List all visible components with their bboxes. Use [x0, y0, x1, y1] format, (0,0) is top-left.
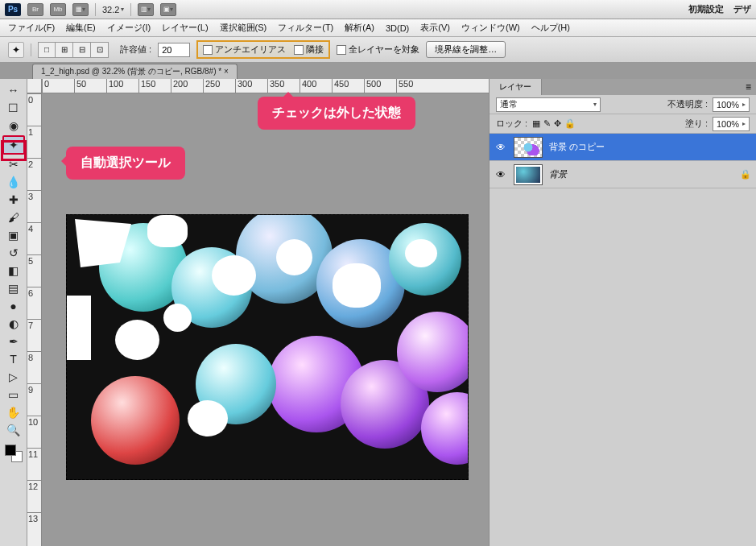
layer-row[interactable]: 👁 背景 🔒: [490, 161, 756, 188]
magic-wand-tool[interactable]: ✦: [2, 135, 25, 155]
lasso-tool[interactable]: ◉: [4, 118, 23, 134]
color-swatches[interactable]: [5, 445, 23, 462]
screenmode-button[interactable]: ▣▾: [160, 3, 176, 16]
annotation-callout-unchecked: チェックは外した状態: [258, 97, 415, 130]
selection-subtract-button[interactable]: ⊟: [73, 42, 91, 58]
menu-3d[interactable]: 3D(D): [386, 23, 409, 33]
path-tool[interactable]: ▷: [4, 369, 23, 385]
type-tool[interactable]: T: [4, 351, 23, 367]
fill-input[interactable]: 100%▸: [713, 117, 750, 131]
layers-tab[interactable]: レイヤー: [490, 79, 542, 95]
gradient-tool[interactable]: ▤: [4, 280, 23, 296]
layers-blend-row: 通常▾ 不透明度 : 100%▸: [490, 95, 756, 114]
zoom-level-dropdown[interactable]: 32.2 ▾: [102, 5, 124, 14]
divider: [95, 3, 96, 16]
visibility-icon[interactable]: 👁: [494, 168, 507, 181]
selection-intersect-button[interactable]: ⊡: [91, 42, 109, 58]
move-tool[interactable]: ↔: [4, 82, 23, 98]
menu-image[interactable]: イメージ(I): [107, 22, 151, 34]
menu-bar: ファイル(F) 編集(E) イメージ(I) レイヤー(L) 選択範囲(S) フィ…: [0, 19, 756, 37]
workspace-default-label[interactable]: 初期設定: [688, 3, 724, 15]
layers-lock-row: ロック : ▦ ✎ ✥ 🔒 塗り : 100%▸: [490, 114, 756, 134]
panels-dock: レイヤー ≡ 通常▾ 不透明度 : 100%▸ ロック : ▦ ✎ ✥ 🔒 塗り…: [489, 79, 756, 546]
menu-filter[interactable]: フィルター(T): [278, 22, 333, 34]
history-brush-tool[interactable]: ↺: [4, 245, 23, 261]
horizontal-ruler: 050100150200250300350400450500550: [42, 79, 489, 93]
visibility-icon[interactable]: 👁: [494, 141, 507, 154]
crop-tool[interactable]: ✂: [4, 156, 23, 172]
layer-thumbnail[interactable]: [514, 164, 543, 185]
antialias-checkbox[interactable]: アンチエイリアス: [203, 43, 286, 56]
menu-file[interactable]: ファイル(F): [8, 22, 55, 34]
lock-pixels-icon[interactable]: ✎: [543, 118, 551, 129]
tolerance-input[interactable]: [158, 43, 190, 57]
lock-transparency-icon[interactable]: ▦: [532, 118, 540, 129]
hand-tool[interactable]: ✋: [4, 404, 23, 420]
annotation-callout-magicwand: 自動選択ツール: [66, 147, 185, 180]
lock-all-icon[interactable]: 🔒: [564, 118, 576, 129]
menu-layer[interactable]: レイヤー(L): [162, 22, 208, 34]
minibridge-button[interactable]: Mb: [50, 3, 66, 16]
photoshop-logo: Ps: [5, 3, 21, 16]
options-bar: ✦ □ ⊞ ⊟ ⊡ 許容値 : アンチエイリアス 隣接 全レイヤーを対象 境界線…: [0, 37, 756, 63]
document-image: [66, 214, 469, 480]
all-layers-checkbox[interactable]: 全レイヤーを対象: [337, 43, 419, 56]
lock-icon: 🔒: [740, 169, 751, 180]
ruler-corner: [27, 79, 42, 93]
fill-label: 塗り :: [685, 118, 708, 130]
menu-window[interactable]: ウィンドウ(W): [461, 22, 520, 34]
vertical-ruler: 012345678910111213: [27, 93, 42, 546]
eyedropper-tool[interactable]: 💧: [4, 174, 23, 190]
arrange-button[interactable]: ▥▾: [138, 3, 154, 16]
lock-position-icon[interactable]: ✥: [554, 118, 561, 129]
bridge-button[interactable]: Br: [27, 3, 43, 16]
current-tool-icon[interactable]: ✦: [8, 42, 24, 58]
blend-mode-dropdown[interactable]: 通常▾: [496, 97, 601, 112]
contiguous-checkbox[interactable]: 隣接: [294, 43, 324, 56]
divider: [130, 3, 131, 16]
selection-add-button[interactable]: ⊞: [56, 42, 73, 58]
opacity-label: 不透明度 :: [667, 98, 708, 110]
pen-tool[interactable]: ✒: [4, 333, 23, 350]
layer-name[interactable]: 背景 のコピー: [549, 141, 605, 153]
menu-select[interactable]: 選択範囲(S): [220, 22, 267, 34]
selection-new-button[interactable]: □: [38, 42, 56, 58]
foreground-color-swatch[interactable]: [5, 445, 16, 456]
layer-name[interactable]: 背景: [549, 168, 567, 180]
lock-label: ロック :: [496, 118, 527, 130]
zoom-tool[interactable]: 🔍: [4, 422, 23, 438]
application-bar: Ps Br Mb ▦▾ 32.2 ▾ ▥▾ ▣▾ 初期設定 デザ: [0, 0, 756, 19]
tolerance-label: 許容値 :: [120, 43, 151, 56]
dodge-tool[interactable]: ◐: [4, 316, 23, 332]
menu-edit[interactable]: 編集(E): [66, 22, 96, 34]
healing-tool[interactable]: ✚: [4, 192, 23, 208]
opacity-input[interactable]: 100%▸: [713, 97, 750, 112]
refine-edge-button[interactable]: 境界線を調整…: [426, 41, 506, 58]
menu-analysis[interactable]: 解析(A): [345, 22, 374, 34]
menu-help[interactable]: ヘルプ(H): [531, 22, 570, 34]
lock-buttons: ▦ ✎ ✥ 🔒: [532, 118, 576, 129]
layers-panel-tabbar: レイヤー ≡: [490, 79, 756, 95]
document-tab-bar: 1_2_high.psd @ 32.2% (背景 のコピー, RGB/8#) *…: [0, 63, 756, 79]
brush-tool[interactable]: 🖌: [4, 209, 23, 225]
blur-tool[interactable]: ●: [4, 298, 23, 314]
tools-panel: ↔ ☐ ◉ ✦ ✂ 💧 ✚ 🖌 ▣ ↺ ◧ ▤ ● ◐ ✒ T ▷ ▭ ✋ 🔍: [0, 79, 27, 546]
view-extras-button[interactable]: ▦▾: [72, 3, 89, 16]
marquee-tool[interactable]: ☐: [4, 100, 23, 116]
annotation-highlight-box: アンチエイリアス 隣接: [196, 40, 330, 59]
workspace-design-label[interactable]: デザ: [733, 3, 751, 15]
layer-row[interactable]: 👁 背景 のコピー: [490, 134, 756, 161]
menu-view[interactable]: 表示(V): [420, 22, 450, 34]
divider: [31, 43, 31, 56]
panel-menu-icon[interactable]: ≡: [741, 81, 756, 93]
selection-mode-group: □ ⊞ ⊟ ⊡: [38, 42, 109, 58]
eraser-tool[interactable]: ◧: [4, 263, 23, 279]
document-tab[interactable]: 1_2_high.psd @ 32.2% (背景 のコピー, RGB/8#) *…: [32, 64, 238, 79]
layer-thumbnail[interactable]: [514, 137, 543, 158]
shape-tool[interactable]: ▭: [4, 387, 23, 403]
clone-stamp-tool[interactable]: ▣: [4, 227, 23, 243]
